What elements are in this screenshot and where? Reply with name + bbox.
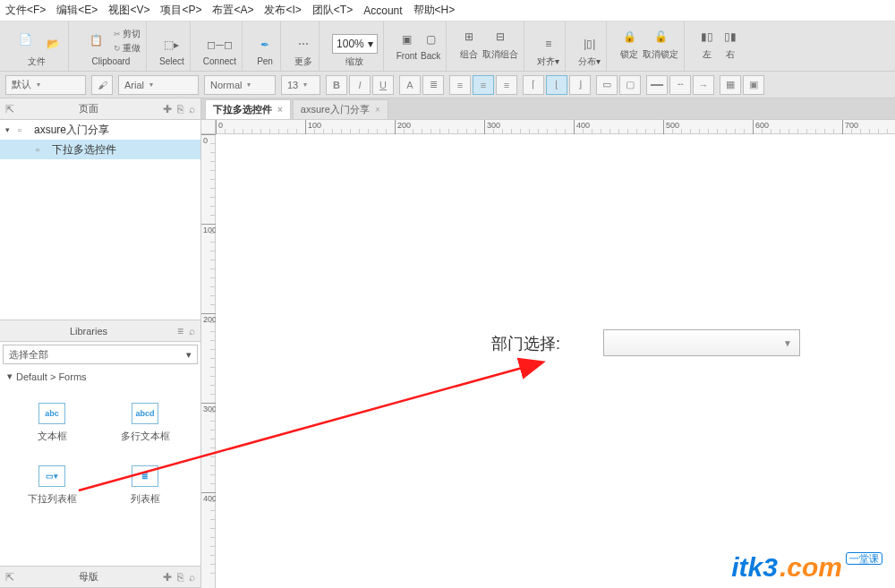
widget-item[interactable]: abc文本框 <box>5 391 98 454</box>
document-tab[interactable]: 下拉多选控件× <box>205 99 291 119</box>
ungroup-icon[interactable]: ⊟ <box>490 27 510 47</box>
menu-item[interactable]: 团队<T> <box>312 3 353 18</box>
watermark: itk3.com 一堂课 <box>731 552 882 583</box>
font-color-button[interactable]: A <box>399 75 421 95</box>
menu-item[interactable]: 视图<V> <box>108 3 149 18</box>
widget-item[interactable]: ▭▾下拉列表框 <box>5 454 98 516</box>
library-selector[interactable]: 选择全部 ▾ <box>3 345 198 364</box>
document-tabs: 下拉多选控件×axsure入门分享× <box>201 98 895 120</box>
redo-icon[interactable]: ↻ <box>114 44 121 53</box>
menu-item[interactable]: 项目<P> <box>160 3 201 18</box>
canvas-stage[interactable]: 部门选择: ▼ <box>216 134 895 588</box>
pointer-icon[interactable]: ⬚▸ <box>162 35 182 55</box>
menu-item[interactable]: 编辑<E> <box>56 3 98 18</box>
tree-row[interactable]: ▫下拉多选控件 <box>0 140 200 159</box>
widget-grid: abc文本框abcd多行文本框▭▾下拉列表框≣列表框 <box>0 386 200 522</box>
canvas-text-label[interactable]: 部门选择: <box>491 333 560 354</box>
border-button[interactable]: ▦ <box>720 75 741 95</box>
align-icon[interactable]: ≡ <box>539 34 558 54</box>
style-combo[interactable]: 默认▾ <box>5 75 86 95</box>
add-folder-icon[interactable]: ✚ <box>163 571 172 584</box>
chevron-down-icon: ▾ <box>368 38 373 50</box>
dock-right-icon[interactable]: ▯▮ <box>720 27 740 47</box>
add-folder-icon[interactable]: ✚ <box>163 103 172 115</box>
menu-item[interactable]: Account <box>363 4 402 17</box>
ruler-corner <box>201 120 216 134</box>
open-file-icon[interactable]: 📂 <box>43 34 63 54</box>
menu-item[interactable]: 发布<I> <box>264 3 301 18</box>
more-icon[interactable]: ⋯ <box>294 34 313 54</box>
group-icon[interactable]: ⊞ <box>459 27 479 47</box>
close-icon[interactable]: × <box>375 105 380 115</box>
connect-icon[interactable]: ◻─◻ <box>209 35 229 55</box>
border-color-button[interactable]: ▢ <box>619 75 641 95</box>
underline-button[interactable]: U <box>372 75 394 95</box>
group-clipboard: 📋 ✂剪切 ↻重做 Clipboard <box>76 21 147 71</box>
widget-item[interactable]: abcd多行文本框 <box>98 391 192 454</box>
paste-icon[interactable]: 📋 <box>81 26 110 55</box>
expand-icon[interactable]: ▾ <box>5 125 14 134</box>
padding-button[interactable]: ▣ <box>743 75 764 95</box>
canvas-dropdown-widget[interactable]: ▼ <box>603 329 800 356</box>
clipboard-label: Clipboard <box>92 56 131 66</box>
pen-icon[interactable]: ✒ <box>255 35 275 55</box>
widget-item[interactable]: ≣列表框 <box>98 454 192 516</box>
align-right-button[interactable]: ≡ <box>496 75 517 95</box>
menu-icon[interactable]: ≡ <box>177 325 183 337</box>
line-style-button[interactable]: ╌ <box>669 75 691 95</box>
left-panel: ⇱ 页面 ✚ ⎘ ⌕ ▾▫axsure入门分享▫下拉多选控件 Libraries… <box>0 98 201 588</box>
menu-item[interactable]: 帮助<H> <box>413 3 456 18</box>
widget-label: 列表框 <box>131 492 160 506</box>
dock-left-icon[interactable]: ▮▯ <box>697 27 717 47</box>
valign-bottom-button[interactable]: ⌋ <box>569 75 591 95</box>
back-icon[interactable]: ▢ <box>421 30 440 49</box>
search-icon[interactable]: ⌕ <box>189 103 195 115</box>
group-file: 📄 📂 文件 <box>5 21 69 71</box>
widget-icon: ▭▾ <box>38 465 65 487</box>
menu-bar: 文件<F>编辑<E>视图<V>项目<P>布置<A>发布<I>团队<T>Accou… <box>0 0 895 21</box>
fill-color-button[interactable]: ▭ <box>596 75 618 95</box>
menu-item[interactable]: 布置<A> <box>212 3 253 18</box>
new-file-icon[interactable]: 📄 <box>11 25 39 54</box>
arrow-button[interactable]: → <box>693 75 714 95</box>
close-icon[interactable]: × <box>277 105 283 115</box>
add-master-icon[interactable]: ⎘ <box>177 571 183 584</box>
bold-button[interactable]: B <box>326 75 347 95</box>
search-icon[interactable]: ⌕ <box>189 325 195 337</box>
line-thickness-button[interactable] <box>646 75 668 95</box>
align-left-button[interactable]: ≡ <box>449 75 471 95</box>
masters-panel: ⇱ 母版 ✚ ⎘ ⌕ <box>0 567 200 588</box>
italic-button[interactable]: I <box>349 75 371 95</box>
font-combo[interactable]: Arial▾ <box>118 75 199 95</box>
collapse-icon[interactable]: ⇱ <box>5 571 14 584</box>
collapse-icon[interactable]: ⇱ <box>5 103 14 115</box>
valign-middle-button[interactable]: ⌊ <box>546 75 567 95</box>
zoom-combo[interactable]: 100% ▾ <box>332 34 378 54</box>
cut-icon[interactable]: ✂ <box>114 30 121 38</box>
align-center-button[interactable]: ≡ <box>473 75 494 95</box>
group-lock: 🔒锁定 🔓取消锁定 <box>614 21 685 71</box>
search-icon[interactable]: ⌕ <box>189 571 195 584</box>
document-tab[interactable]: axsure入门分享× <box>293 99 388 119</box>
tree-label: axsure入门分享 <box>34 123 109 138</box>
unlock-icon[interactable]: 🔓 <box>651 27 670 47</box>
lock-icon[interactable]: 🔒 <box>619 27 639 47</box>
valign-top-button[interactable]: ⌈ <box>523 75 544 95</box>
bullet-button[interactable]: ≣ <box>422 75 444 95</box>
front-icon[interactable]: ▣ <box>396 30 416 49</box>
style-brush-icon[interactable]: 🖌 <box>91 75 113 95</box>
library-category[interactable]: ▾ Default > Forms <box>0 367 200 386</box>
page-icon: ▫ <box>36 144 48 155</box>
tree-label: 下拉多选控件 <box>52 142 116 158</box>
tab-label: 下拉多选控件 <box>213 103 272 116</box>
distribute-icon[interactable]: |▯| <box>580 34 600 54</box>
tree-row[interactable]: ▾▫axsure入门分享 <box>0 120 200 140</box>
group-more: ⋯ 更多 <box>288 21 320 71</box>
menu-item[interactable]: 文件<F> <box>5 3 46 18</box>
add-page-icon[interactable]: ⎘ <box>177 103 183 115</box>
widget-label: 文本框 <box>38 430 67 443</box>
file-label: 文件 <box>28 55 46 68</box>
font-weight-combo[interactable]: Normal▾ <box>204 75 276 95</box>
font-size-combo[interactable]: 13▾ <box>281 75 320 95</box>
widget-label: 多行文本框 <box>121 430 170 443</box>
